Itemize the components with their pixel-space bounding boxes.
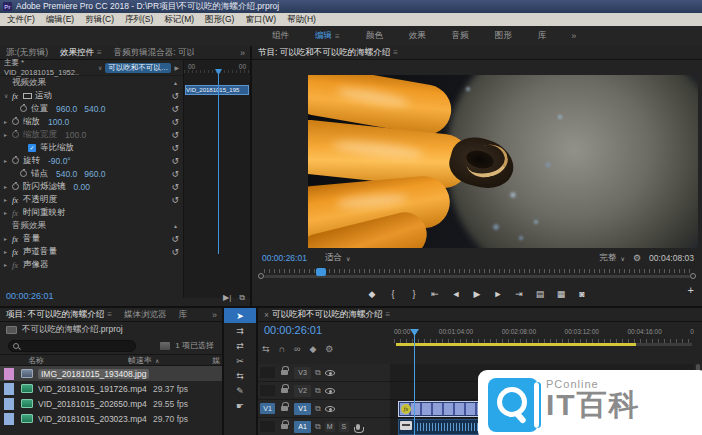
reset-icon[interactable]: ↺ <box>171 104 179 114</box>
menu-item[interactable]: 序列(S) <box>125 14 153 26</box>
mute-button[interactable]: M <box>325 422 335 432</box>
playback-resolution-select[interactable]: 完整 ∨ <box>600 252 625 264</box>
track-target-button[interactable]: A1 <box>294 421 311 433</box>
parameter-value[interactable]: 960.0 <box>84 169 105 179</box>
play-clip-button[interactable]: ▶| <box>223 293 231 303</box>
collapse-icon[interactable]: ▴ <box>174 222 177 229</box>
menu-item[interactable]: 文件(F) <box>7 14 35 26</box>
source-patch[interactable] <box>260 385 275 396</box>
reset-icon[interactable]: ↺ <box>171 169 179 179</box>
effect-row[interactable]: ▸ 旋转 -90.0° ↺ <box>0 154 183 167</box>
twirl-icon[interactable]: ▸ <box>4 261 12 268</box>
uniform-scale-checkbox[interactable]: ✓ <box>28 144 36 152</box>
menu-item[interactable]: 剪辑(C) <box>85 14 114 26</box>
panel-menu-icon[interactable]: ≡ <box>385 310 390 319</box>
tab-libraries[interactable]: 库 <box>172 309 193 321</box>
step-back-button[interactable]: ◄ <box>451 289 461 299</box>
fx-toggle-icon[interactable]: fx <box>12 247 23 257</box>
menu-item[interactable]: 图形(G) <box>205 14 234 26</box>
panel-menu-icon[interactable]: ≡ <box>393 48 398 57</box>
hand-tool[interactable]: ☛ <box>224 398 256 413</box>
chevron-down-icon[interactable]: ∨ <box>98 64 102 71</box>
voiceover-mic-icon[interactable] <box>356 424 360 430</box>
scrubber-track[interactable] <box>264 275 690 278</box>
stopwatch-icon[interactable] <box>12 118 19 125</box>
effect-row[interactable]: 锚点 540.0 960.0 ↺ <box>0 167 183 180</box>
lock-icon[interactable] <box>281 388 288 393</box>
close-icon[interactable]: × <box>264 310 269 320</box>
twirl-icon[interactable]: ▸ <box>4 118 12 125</box>
workspace-tab[interactable]: 编辑 ≡ <box>315 30 340 42</box>
column-name[interactable]: 名称 <box>28 355 44 366</box>
effect-row[interactable]: ▸ fx 音量 ↺ <box>0 232 183 245</box>
effect-row[interactable]: 视频效果 ▴ <box>0 76 183 89</box>
video-clip[interactable]: fx <box>398 401 484 417</box>
project-file-row[interactable]: 不可以吃的海螺介绍.prproj <box>0 322 222 337</box>
parameter-value[interactable]: 100.0 <box>65 130 86 140</box>
tab-sequence[interactable]: × 可以吃和不可以吃的海螺介绍 ≡ <box>258 309 396 321</box>
stopwatch-icon[interactable] <box>20 105 27 112</box>
stopwatch-icon[interactable] <box>12 183 19 190</box>
menu-item[interactable]: 标记(M) <box>164 14 194 26</box>
label-color-chip[interactable] <box>4 413 14 425</box>
play-button[interactable]: ▶ <box>472 289 482 299</box>
stopwatch-icon[interactable] <box>12 157 19 164</box>
twirl-icon[interactable]: ▸ <box>4 248 12 255</box>
effect-controls-mini-timeline[interactable]: 00 00 VID_20181015_195 <box>183 60 250 298</box>
solo-button[interactable]: S <box>339 422 349 432</box>
effect-row[interactable]: 位置 960.0 540.0 ↺ <box>0 102 183 115</box>
go-to-out-button[interactable]: ⇥ <box>514 289 524 299</box>
search-input[interactable] <box>8 340 136 352</box>
label-color-chip[interactable] <box>4 398 14 410</box>
workspace-tab[interactable]: 效果 <box>409 30 426 42</box>
effect-row[interactable]: ∨ fx 运动 ↺ <box>0 89 183 102</box>
twirl-icon[interactable]: ∨ <box>4 92 12 99</box>
project-item-row[interactable]: IMG_20181015_193408.jpg <box>0 366 222 381</box>
extract-button[interactable]: ▦ <box>556 289 566 299</box>
panel-menu-icon[interactable]: ≡ <box>107 310 112 319</box>
reset-icon[interactable]: ↺ <box>171 130 179 140</box>
twirl-icon[interactable]: ▸ <box>4 131 12 138</box>
effect-row[interactable]: ▸ fx 不透明度 ↺ <box>0 193 183 206</box>
tab-effect-controls[interactable]: 效果控件 ≡ <box>54 47 108 59</box>
source-patch[interactable] <box>260 421 275 432</box>
fx-toggle-icon[interactable]: fx <box>12 234 23 244</box>
pen-tool[interactable]: ✎ <box>224 383 256 398</box>
item-name[interactable]: VID_20181015_202650.mp4 <box>38 399 147 409</box>
sync-lock-icon[interactable]: ⧉ <box>315 422 321 432</box>
tab-media-browser[interactable]: 媒体浏览器 <box>118 309 173 321</box>
workspace-tab[interactable]: 音频 <box>452 30 469 42</box>
reset-icon[interactable]: ↺ <box>171 156 179 166</box>
nest-sequence-icon[interactable]: ⇆ <box>262 344 270 354</box>
source-patch[interactable] <box>260 367 275 378</box>
project-item-row[interactable]: VID_20181015_191726.mp4 29.37 fps <box>0 381 222 396</box>
parameter-value[interactable]: 0.00 <box>74 182 91 192</box>
button-editor-plus[interactable]: + <box>688 284 694 296</box>
workspace-tab[interactable]: 颜色 <box>366 30 383 42</box>
item-name[interactable]: VID_20181015_191726.mp4 <box>38 384 147 394</box>
parameter-value[interactable]: 540.0 <box>56 169 77 179</box>
zoom-handle-left[interactable] <box>258 273 264 279</box>
tab-audio-clip-mixer[interactable]: 音频剪辑混合器: 可以吃和不可 <box>108 47 194 59</box>
master-clip-label[interactable]: 主要 * VID_20181015_1952.. <box>4 58 95 77</box>
overflow-icon[interactable]: » <box>566 31 581 41</box>
workspace-tab[interactable]: 组件 <box>272 30 289 42</box>
mini-timeline-clip[interactable]: VID_20181015_195 <box>185 85 249 95</box>
reset-icon[interactable]: ↺ <box>171 247 179 257</box>
program-scrubber[interactable] <box>258 268 696 280</box>
fx-toggle-icon[interactable]: fx <box>12 91 23 101</box>
sync-lock-icon[interactable]: ⧉ <box>315 386 321 396</box>
effect-row[interactable]: ▸ 缩放宽度 100.0 ↺ <box>0 128 183 141</box>
effect-row[interactable]: ▸ 防闪烁滤镜 0.00 ↺ <box>0 180 183 193</box>
lock-icon[interactable] <box>281 424 288 429</box>
ripple-edit-tool[interactable]: ⇄ <box>224 338 256 353</box>
effect-row[interactable]: ✓ 等比缩放 ↺ <box>0 141 183 154</box>
add-marker-button[interactable]: ◆ <box>367 289 377 299</box>
stopwatch-icon[interactable] <box>20 170 27 177</box>
track-target-button[interactable]: V3 <box>294 367 311 379</box>
collapse-icon[interactable]: ▴ <box>174 79 177 86</box>
effect-row[interactable]: ▸ fx 声像器 <box>0 258 183 271</box>
work-area-bar[interactable] <box>396 343 636 346</box>
sync-lock-icon[interactable]: ⧉ <box>315 368 321 378</box>
tab-project[interactable]: 项目: 不可以吃的海螺介绍 ≡ <box>0 309 118 321</box>
